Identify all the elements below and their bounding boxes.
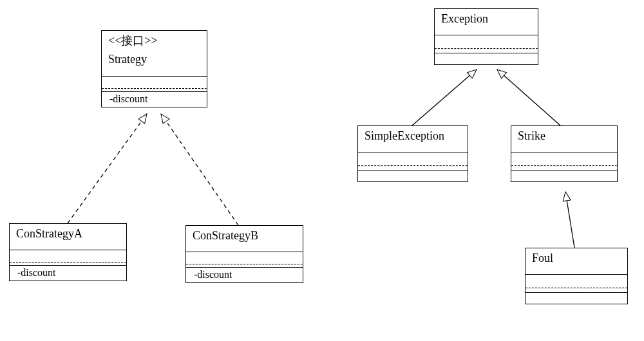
generalization-simpleexception-to-exception xyxy=(412,69,477,125)
operations-compartment xyxy=(526,292,627,304)
class-strategy: <<接口>> Strategy -discount xyxy=(101,30,207,107)
class-name: ConStrategyA xyxy=(16,227,82,240)
operations-compartment: -discount xyxy=(186,267,303,282)
class-name: Strike xyxy=(518,129,545,142)
operations-compartment xyxy=(511,170,617,181)
generalization-strike-to-exception xyxy=(497,69,560,125)
operation-label: -discount xyxy=(194,269,232,280)
class-title: <<接口>> Strategy xyxy=(102,31,207,76)
class-name: Exception xyxy=(441,12,488,25)
realization-a-to-strategy xyxy=(68,114,147,223)
diagram-canvas: <<接口>> Strategy -discount ConStrategyA -… xyxy=(0,0,644,341)
class-simple-exception: SimpleException xyxy=(357,125,468,182)
attributes-compartment xyxy=(10,250,126,265)
class-title: ConStrategyB xyxy=(186,226,303,252)
operations-compartment xyxy=(358,170,468,181)
stereotype-label: <<接口>> xyxy=(108,33,200,48)
realization-b-to-strategy xyxy=(161,114,238,225)
class-title: Exception xyxy=(435,9,538,35)
generalization-foul-to-strike xyxy=(565,192,574,248)
operations-compartment: -discount xyxy=(10,265,126,281)
class-con-strategy-a: ConStrategyA -discount xyxy=(9,223,127,281)
operations-compartment xyxy=(435,53,538,64)
class-title: Strike xyxy=(511,126,617,152)
class-name: Foul xyxy=(532,252,553,264)
class-title: ConStrategyA xyxy=(10,224,126,250)
class-title: Foul xyxy=(526,248,627,274)
attributes-compartment xyxy=(102,76,207,91)
attributes-compartment xyxy=(186,252,303,267)
attributes-compartment xyxy=(511,152,617,170)
operation-label: -discount xyxy=(109,93,148,104)
class-exception: Exception xyxy=(434,8,538,65)
class-name: SimpleException xyxy=(365,129,444,142)
attributes-compartment xyxy=(358,152,468,170)
class-name: ConStrategyB xyxy=(193,229,258,242)
class-con-strategy-b: ConStrategyB -discount xyxy=(185,225,303,283)
attributes-compartment xyxy=(435,35,538,53)
attributes-compartment xyxy=(526,274,627,292)
operation-label: -discount xyxy=(17,267,56,278)
class-name: Strategy xyxy=(108,52,200,67)
operations-compartment: -discount xyxy=(102,91,207,107)
class-foul: Foul xyxy=(525,248,628,304)
class-title: SimpleException xyxy=(358,126,468,152)
class-strike: Strike xyxy=(511,125,618,182)
